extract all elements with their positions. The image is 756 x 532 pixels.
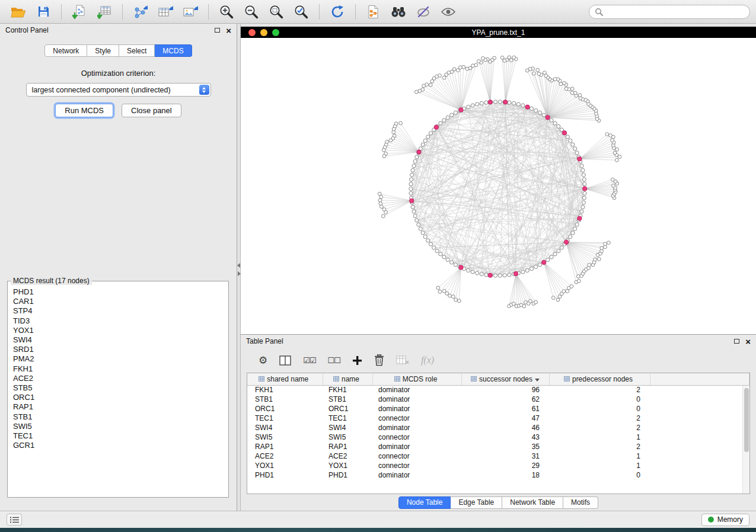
- table-row[interactable]: STB1STB1dominator620: [247, 395, 749, 404]
- tab-motifs[interactable]: Motifs: [563, 496, 598, 509]
- zoom-selected-button[interactable]: [289, 2, 314, 21]
- mcds-result-item[interactable]: CAR1: [13, 297, 223, 306]
- mcds-result-item[interactable]: SRD1: [13, 345, 223, 354]
- table-row[interactable]: TEC1TEC1connector472: [247, 414, 749, 423]
- refresh-layout-button[interactable]: [325, 2, 350, 21]
- share-document-button[interactable]: [361, 2, 386, 21]
- close-window-icon[interactable]: [248, 29, 256, 36]
- mcds-result-item[interactable]: RAP1: [13, 402, 223, 412]
- column-header-name[interactable]: name: [323, 373, 372, 385]
- import-network-file-icon: [72, 5, 87, 19]
- show-columns-button[interactable]: [279, 355, 291, 366]
- column-grid-icon: [471, 376, 477, 382]
- slash-annotations-button[interactable]: [411, 2, 436, 21]
- binoculars-button[interactable]: [386, 2, 411, 21]
- network-graph[interactable]: [241, 38, 756, 334]
- toolbar-divider: [319, 4, 320, 20]
- mcds-result-item[interactable]: FKH1: [13, 364, 223, 374]
- new-network-button[interactable]: [128, 2, 153, 21]
- close-table-panel-icon[interactable]: ×: [745, 337, 751, 346]
- tab-node-table[interactable]: Node Table: [398, 496, 451, 509]
- toolbar-divider: [122, 4, 123, 20]
- import-table-file-button[interactable]: [92, 2, 117, 21]
- close-panel-icon[interactable]: ×: [226, 26, 231, 35]
- table-row[interactable]: SWI5SWI5connector431: [247, 432, 749, 442]
- column-header-successor-nodes[interactable]: successor nodes: [461, 373, 549, 385]
- zoom-window-icon[interactable]: [272, 29, 279, 36]
- status-bar: Memory: [0, 511, 756, 528]
- chevron-down-icon: [535, 379, 540, 382]
- column-header-MCDS-role[interactable]: MCDS role: [372, 373, 461, 385]
- tab-edge-table[interactable]: Edge Table: [451, 496, 502, 509]
- memory-label: Memory: [717, 515, 743, 524]
- column-header-shared-name[interactable]: shared name: [247, 373, 323, 385]
- collapse-left-icon[interactable]: [237, 263, 240, 268]
- zoom-in-button[interactable]: [214, 2, 239, 21]
- tab-style[interactable]: Style: [87, 44, 119, 57]
- table-scrollbar-thumb[interactable]: [744, 388, 749, 452]
- mcds-result-item[interactable]: TEC1: [13, 431, 223, 441]
- mcds-result-item[interactable]: ORC1: [13, 393, 223, 402]
- import-network-file-button[interactable]: [67, 2, 92, 21]
- table-row[interactable]: SWI4SWI4dominator462: [247, 423, 749, 432]
- memory-button[interactable]: Memory: [701, 514, 749, 526]
- open-file-button[interactable]: [6, 2, 31, 21]
- tab-mcds[interactable]: MCDS: [155, 44, 192, 57]
- table-scrollbar[interactable]: [742, 386, 749, 493]
- close-mcds-panel-button[interactable]: Close panel: [122, 104, 181, 117]
- table-row[interactable]: FKH1FKH1dominator962: [247, 385, 749, 395]
- table-row[interactable]: RAP1RAP1dominator352: [247, 442, 749, 451]
- table-row[interactable]: ACE2ACE2connector311: [247, 451, 749, 461]
- table-panel-header: Table Panel ×: [241, 335, 756, 348]
- table-row[interactable]: YOX1YOX1connector291: [247, 461, 749, 470]
- new-table-button[interactable]: [153, 2, 178, 21]
- mcds-result-item[interactable]: GCR1: [13, 441, 223, 450]
- zoom-out-button[interactable]: [239, 2, 264, 21]
- toolbar-divider: [355, 4, 356, 20]
- minimize-window-icon[interactable]: [260, 29, 267, 36]
- tab-network[interactable]: Network: [44, 44, 87, 57]
- mcds-result-item[interactable]: SWI5: [13, 422, 223, 431]
- mcds-result-item[interactable]: PMA2: [13, 354, 223, 364]
- criterion-dropdown-value: largest connected component (undirected): [32, 86, 171, 94]
- mcds-result-item[interactable]: STB1: [13, 412, 223, 422]
- unchecked-boxes-icon: ☐☐: [328, 356, 340, 365]
- mcds-result-item[interactable]: PHD1: [13, 287, 223, 297]
- save-session-button[interactable]: [31, 2, 56, 21]
- float-panel-icon[interactable]: [215, 28, 220, 33]
- export-image-button[interactable]: [178, 2, 203, 21]
- new-table-icon: [158, 5, 173, 19]
- table-settings-button[interactable]: ⚙: [259, 354, 267, 367]
- network-window-titlebar[interactable]: YPA_prune.txt_1: [241, 27, 756, 38]
- add-row-button[interactable]: [352, 355, 362, 366]
- tab-network-table[interactable]: Network Table: [502, 496, 563, 509]
- float-table-panel-icon[interactable]: [734, 339, 739, 344]
- mcds-result-item[interactable]: ACE2: [13, 374, 223, 383]
- table-row[interactable]: PHD1PHD1dominator180: [247, 470, 749, 480]
- function-builder-button[interactable]: f(x): [421, 355, 434, 366]
- trash-icon: [374, 354, 384, 366]
- column-header-predecessor-nodes[interactable]: predecessor nodes: [549, 373, 650, 385]
- fx-icon: f(x): [421, 355, 434, 366]
- delete-rows-button[interactable]: [374, 354, 384, 366]
- tab-select[interactable]: Select: [119, 44, 155, 57]
- select-all-columns-button[interactable]: ☑☑: [303, 356, 315, 365]
- network-view[interactable]: [241, 38, 756, 335]
- search-input[interactable]: [607, 8, 744, 16]
- zoom-in-icon: [219, 4, 234, 20]
- search-box[interactable]: [589, 5, 750, 19]
- eye-button[interactable]: [436, 2, 461, 21]
- deselect-all-columns-button[interactable]: ☐☐: [328, 356, 340, 365]
- zoom-fit-button[interactable]: [264, 2, 289, 21]
- run-mcds-button[interactable]: Run MCDS: [55, 104, 113, 117]
- status-menu-button[interactable]: [7, 514, 22, 525]
- mcds-result-item[interactable]: YOX1: [13, 326, 223, 335]
- mcds-result-item[interactable]: STB5: [13, 383, 223, 393]
- mcds-result-item[interactable]: TID3: [13, 316, 223, 326]
- mcds-result-item[interactable]: STP4: [13, 306, 223, 316]
- mcds-result-item[interactable]: SWI4: [13, 335, 223, 345]
- table-row[interactable]: ORC1ORC1dominator610: [247, 404, 749, 414]
- criterion-dropdown[interactable]: largest connected component (undirected): [26, 83, 211, 97]
- delete-table-icon: [396, 355, 409, 365]
- delete-table-button[interactable]: [396, 355, 409, 365]
